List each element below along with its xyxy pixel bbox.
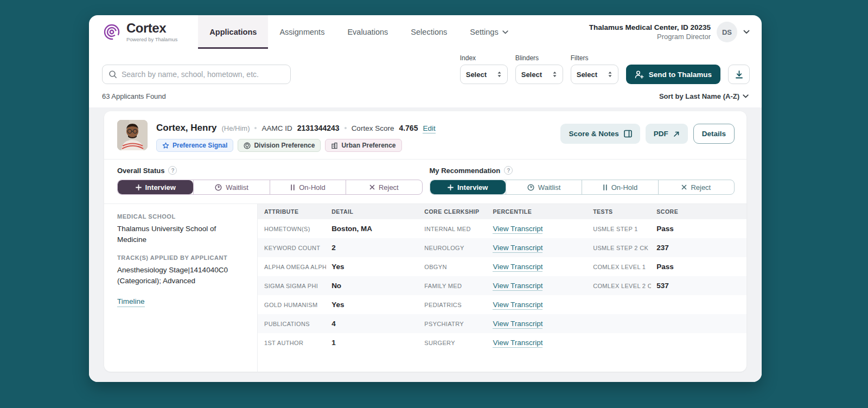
- applicant-pronouns: (He/Him): [221, 124, 250, 132]
- clock-icon: [215, 184, 222, 191]
- recommendation-option-reject[interactable]: Reject: [658, 180, 734, 194]
- star-icon: [162, 142, 169, 149]
- applicant-info: Cortex, Henry (He/Him) AAMC ID 213134424…: [156, 120, 436, 152]
- select-label: Index: [460, 54, 508, 62]
- detail-cell: Yes: [326, 263, 419, 271]
- cortex-score-label: Cortex Score: [352, 124, 394, 132]
- pdf-button[interactable]: PDF: [646, 124, 688, 144]
- view-transcript-link[interactable]: View Transcript: [493, 225, 542, 234]
- tab-label: Applications: [209, 28, 257, 36]
- blinders-select[interactable]: Select: [515, 65, 563, 84]
- updown-icon: [608, 71, 612, 78]
- clock-icon: [527, 184, 534, 191]
- column-header-core-clerkship: CORE CLERKSHIP: [419, 208, 487, 215]
- score-cell: Pass: [651, 225, 746, 233]
- recommendation-option-on-hold[interactable]: On-Hold: [582, 180, 658, 194]
- applicant-card: Cortex, Henry (He/Him) AAMC ID 213134424…: [104, 111, 746, 372]
- account-chevron-down-icon[interactable]: [743, 30, 750, 34]
- brand-tagline: Powered by Thalamus: [126, 36, 177, 42]
- tab-assignments[interactable]: Assignments: [268, 15, 336, 49]
- clerkship-cell: SURGERY: [419, 340, 487, 346]
- filters-select[interactable]: Select: [571, 65, 618, 84]
- badge-division-preference: Division Preference: [238, 139, 321, 152]
- tab-settings[interactable]: Settings: [458, 15, 519, 49]
- toolbar: IndexSelectBlindersSelectFiltersSelect S…: [89, 49, 762, 84]
- tab-evaluations[interactable]: Evaluations: [336, 15, 399, 49]
- avatar[interactable]: DS: [717, 22, 737, 42]
- segment-label: Waitlist: [226, 183, 248, 192]
- recommendation-option-interview[interactable]: Interview: [430, 180, 506, 194]
- column-header-tests: TESTS: [588, 208, 651, 215]
- tab-selections[interactable]: Selections: [399, 15, 458, 49]
- score-and-notes-button[interactable]: Score & Notes: [560, 124, 640, 144]
- table-row: KEYWORD COUNT2NEUROLOGYView TranscriptUS…: [258, 238, 746, 257]
- index-select[interactable]: Select: [460, 65, 508, 84]
- pdf-label: PDF: [654, 130, 668, 138]
- card-body: MEDICAL SCHOOL Thalamus University Schoo…: [104, 203, 746, 372]
- view-transcript-link[interactable]: View Transcript: [493, 339, 542, 348]
- overall-status-option-interview[interactable]: Interview: [118, 180, 193, 194]
- badge-label: Preference Signal: [173, 142, 227, 149]
- applicant-card-header: Cortex, Henry (He/Him) AAMC ID 213134424…: [104, 111, 746, 159]
- overall-status-option-waitlist[interactable]: Waitlist: [193, 180, 269, 194]
- x-icon: [369, 184, 375, 190]
- brand-name: Cortex: [126, 22, 177, 35]
- search-input[interactable]: [122, 70, 284, 79]
- view-transcript-link[interactable]: View Transcript: [493, 320, 542, 329]
- account-menu[interactable]: Thalamus Medical Center, ID 20235 Progra…: [589, 15, 750, 49]
- download-button[interactable]: [728, 65, 750, 84]
- aamc-id-label: AAMC ID: [261, 124, 292, 132]
- medical-school-label: MEDICAL SCHOOL: [117, 213, 243, 220]
- details-button[interactable]: Details: [693, 124, 735, 144]
- account-role: Program Director: [589, 33, 711, 41]
- building-icon: [331, 142, 338, 149]
- attribute-cell: 1ST AUTHOR: [258, 340, 326, 346]
- column-header-score: SCORE: [651, 208, 746, 215]
- badge-label: Urban Preference: [341, 142, 395, 149]
- edit-score-link[interactable]: Edit: [423, 124, 435, 133]
- overall-status-option-reject[interactable]: Reject: [346, 180, 422, 194]
- sort-control[interactable]: Sort by Last Name (A-Z): [659, 92, 749, 100]
- select-group-index: IndexSelect: [460, 54, 508, 84]
- test-cell: COMLEX LEVEL 1: [588, 264, 651, 270]
- column-header-percentile: PERCENTILE: [487, 208, 588, 215]
- percentile-cell: View Transcript: [487, 243, 588, 253]
- recommendation-help-icon[interactable]: ?: [504, 166, 513, 175]
- badge-row: Preference SignalDivision PreferenceUrba…: [156, 139, 436, 152]
- tab-label: Settings: [470, 28, 498, 36]
- clerkship-cell: NEUROLOGY: [419, 245, 487, 251]
- view-transcript-link[interactable]: View Transcript: [493, 282, 542, 291]
- profile-panel: MEDICAL SCHOOL Thalamus University Schoo…: [104, 204, 258, 372]
- table-header-row: ATTRIBUTEDETAILCORE CLERKSHIPPERCENTILET…: [258, 204, 746, 219]
- pause-icon: [603, 184, 608, 190]
- chevron-down-icon: [502, 30, 508, 34]
- detail-cell: 1: [326, 339, 419, 347]
- pin-icon: [244, 142, 251, 149]
- select-group-blinders: BlindersSelect: [515, 54, 563, 84]
- table-row: SIGMA SIGMA PHINoFAMILY MEDView Transcri…: [258, 276, 746, 295]
- segment-label: Waitlist: [538, 183, 560, 192]
- search-box[interactable]: [102, 65, 291, 84]
- cortex-logo-icon: [102, 22, 122, 42]
- view-transcript-link[interactable]: View Transcript: [493, 263, 542, 272]
- attribute-cell: HOMETOWN(S): [258, 226, 326, 232]
- view-transcript-link[interactable]: View Transcript: [493, 301, 542, 310]
- send-to-thalamus-button[interactable]: Send to Thalamus: [626, 65, 720, 84]
- recommendation-option-waitlist[interactable]: Waitlist: [506, 180, 582, 194]
- applicant-name: Cortex, Henry: [156, 123, 216, 133]
- overall-status-option-on-hold[interactable]: On-Hold: [270, 180, 346, 194]
- score-cell: Pass: [651, 263, 746, 271]
- tab-applications[interactable]: Applications: [198, 15, 268, 49]
- detail-cell: Yes: [326, 301, 419, 309]
- card-actions: Score & Notes PDF Details: [560, 124, 735, 152]
- table-row: ALPHA OMEGA ALPHAYesOBGYNView Transcript…: [258, 257, 746, 276]
- view-transcript-link[interactable]: View Transcript: [493, 244, 542, 253]
- content-area: Cortex, Henry (He/Him) AAMC ID 213134424…: [89, 107, 762, 382]
- timeline-link[interactable]: Timeline: [117, 297, 145, 307]
- percentile-cell: View Transcript: [487, 337, 588, 348]
- pause-icon: [290, 184, 295, 190]
- overall-status-help-icon[interactable]: ?: [168, 166, 177, 175]
- applicant-photo: [117, 120, 148, 150]
- detail-cell: 2: [326, 244, 419, 252]
- attribute-cell: SIGMA SIGMA PHI: [258, 283, 326, 289]
